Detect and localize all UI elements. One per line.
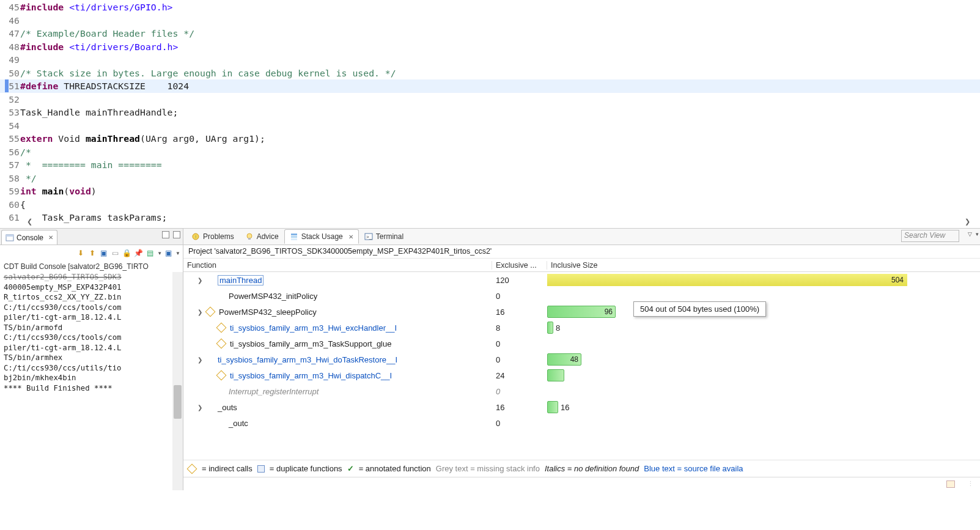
table-row[interactable]: _outc0: [183, 415, 980, 431]
exclusive-size: 0: [492, 339, 547, 348]
table-row[interactable]: ❯_outs16 16: [183, 399, 980, 415]
chevron-down-icon[interactable]: ▾: [976, 231, 979, 237]
table-row[interactable]: PowerMSP432_initPolicy0: [183, 288, 980, 304]
code-text: [20, 53, 980, 67]
terminal-tab-label: Terminal: [376, 232, 403, 241]
view-menu-icon[interactable]: ▽: [968, 231, 972, 237]
export-icon[interactable]: ▣: [98, 248, 109, 259]
arrow-up-icon[interactable]: ⬆: [87, 248, 97, 259]
console-output[interactable]: salvator2_BG96_TIRTOS_SDK3400005empty_MS…: [0, 272, 183, 490]
code-line[interactable]: 46: [0, 14, 980, 28]
stack-table-body[interactable]: ❯mainThread120504PowerMSP432_initPolicy0…: [183, 272, 980, 460]
pin-icon[interactable]: 📌: [133, 248, 144, 259]
inclusive-size-cell: [547, 415, 980, 431]
code-line[interactable]: 54: [0, 119, 980, 133]
close-icon[interactable]: ✕: [48, 234, 53, 241]
col-inclusive[interactable]: Inclusive Size: [547, 261, 980, 270]
diamond-icon: [216, 370, 227, 381]
size-bar: [547, 401, 558, 413]
inclusive-size-cell: [547, 383, 980, 399]
problems-tab[interactable]: ! Problems: [186, 229, 240, 244]
code-line[interactable]: 55extern Void mainThread(UArg arg0, UArg…: [0, 132, 980, 145]
svg-rect-7: [291, 236, 297, 238]
table-row[interactable]: ti_sysbios_family_arm_m3_Hwi_excHandler_…: [183, 320, 980, 336]
code-text: * ======== main ========: [20, 158, 980, 172]
maximize-icon[interactable]: [173, 231, 180, 238]
console-v-scroll[interactable]: [172, 272, 183, 490]
legend-annotated: = annotated function: [359, 464, 431, 473]
terminal-tab[interactable]: >_ Terminal: [359, 229, 409, 244]
advice-tab-label: Advice: [257, 232, 279, 241]
code-line[interactable]: 60{: [0, 198, 980, 212]
line-number: 50: [0, 67, 20, 80]
code-text: /*: [20, 145, 980, 159]
code-text: Task_Handle mainThreadHandle;: [20, 106, 980, 119]
expander-icon[interactable]: ❯: [196, 277, 204, 284]
inclusive-size-cell: 504: [547, 272, 980, 288]
code-line[interactable]: 52: [0, 93, 980, 106]
expander-icon[interactable]: ❯: [196, 404, 204, 411]
scroll-right-icon[interactable]: ❯: [962, 216, 973, 227]
editor-h-scroll[interactable]: ❮ ❯: [24, 216, 973, 227]
table-row[interactable]: Interrupt_registerInterrupt0: [183, 383, 980, 399]
console-line: bj2bin/mkhex4bin: [4, 373, 179, 383]
console-line: **** Build Finished ****: [4, 383, 179, 394]
table-row[interactable]: ti_sysbios_family_arm_m3_TaskSupport_glu…: [183, 336, 980, 351]
console-toolbar: ⬇ ⬆ ▣ ▭ 🔒 📌 ▤▼ ▣▼: [0, 245, 183, 261]
code-line[interactable]: 48#include <ti/drivers/Board.h>: [0, 40, 980, 54]
code-line[interactable]: 51#define THREADSTACKSIZE 1024: [0, 79, 980, 93]
table-row[interactable]: ❯ti_sysbios_family_arm_m3_Hwi_doTaskRest…: [183, 351, 980, 367]
stack-usage-tab-label: Stack Usage: [301, 232, 343, 241]
close-icon[interactable]: ✕: [348, 234, 353, 240]
code-line[interactable]: 49: [0, 53, 980, 67]
status-mini-icon[interactable]: [946, 480, 955, 488]
code-line[interactable]: 47/* Example/Board Header files */: [0, 27, 980, 40]
arrow-down-icon[interactable]: ⬇: [75, 248, 86, 259]
exclusive-size: 120: [492, 276, 547, 285]
legend-duplicate: = duplicate functions: [270, 464, 342, 473]
code-line[interactable]: 57 * ======== main ========: [0, 158, 980, 172]
lock-scroll-icon[interactable]: 🔒: [122, 248, 132, 259]
table-row[interactable]: ❯PowerMSP432_sleepPolicy1696504 out of 5…: [183, 304, 980, 320]
code-text: #define THREADSTACKSIZE 1024: [20, 79, 980, 93]
diamond-icon: [216, 339, 227, 349]
expander-icon[interactable]: ❯: [196, 356, 204, 363]
clear-icon[interactable]: ▭: [110, 248, 120, 259]
function-name: ti_sysbios_family_arm_m3_Hwi_dispatchC__…: [230, 371, 392, 380]
diamond-icon: [205, 307, 216, 317]
legend-blue: Blue text = source file availa: [644, 464, 743, 473]
code-line[interactable]: 53Task_Handle mainThreadHandle;: [0, 106, 980, 119]
svg-rect-8: [291, 238, 297, 240]
stack-usage-tab[interactable]: Stack Usage ✕: [284, 229, 359, 244]
advice-tab[interactable]: Advice: [240, 229, 284, 244]
code-line[interactable]: 59int main(void): [0, 185, 980, 198]
code-line[interactable]: 50/* Stack size in bytes. Large enough i…: [0, 67, 980, 80]
legend: = indirect calls = duplicate functions ✓…: [183, 460, 980, 477]
line-number: 61: [0, 211, 20, 224]
legend-grey: Grey text = missing stack info: [436, 464, 540, 473]
code-text: extern Void mainThread(UArg arg0, UArg a…: [20, 132, 980, 145]
expander-icon[interactable]: ❯: [196, 309, 204, 315]
minimize-icon[interactable]: [162, 231, 169, 238]
console-line: piler/ti-cgt-arm_18.12.4.L: [4, 343, 179, 353]
table-row[interactable]: ti_sysbios_family_arm_m3_Hwi_dispatchC__…: [183, 367, 980, 383]
table-row[interactable]: ❯mainThread120504: [183, 272, 980, 288]
search-view-input[interactable]: Search View: [901, 230, 959, 242]
code-line[interactable]: 45#include <ti/drivers/GPIO.h>: [0, 1, 980, 14]
exclusive-size: 16: [492, 307, 547, 317]
code-editor[interactable]: 45#include <ti/drivers/GPIO.h>4647/* Exa…: [0, 0, 980, 229]
function-name: _outc: [229, 419, 248, 428]
console-line: R_tirtos_ccs2_XX_YY_ZZ.bin: [4, 292, 179, 303]
code-text: [20, 119, 980, 133]
code-line[interactable]: 56/*: [0, 145, 980, 159]
code-line[interactable]: 58 */: [0, 172, 980, 185]
col-function[interactable]: Function: [183, 261, 492, 270]
console-icon: [6, 234, 14, 242]
problems-icon: !: [191, 232, 200, 241]
open-console-icon[interactable]: ▣: [163, 248, 174, 259]
console-tab[interactable]: Console ✕: [1, 230, 57, 245]
col-exclusive[interactable]: Exclusive ...: [492, 261, 547, 270]
display-selected-icon[interactable]: ▤: [145, 248, 155, 259]
scroll-left-icon[interactable]: ❮: [24, 216, 35, 227]
exclusive-size: 0: [492, 355, 547, 364]
